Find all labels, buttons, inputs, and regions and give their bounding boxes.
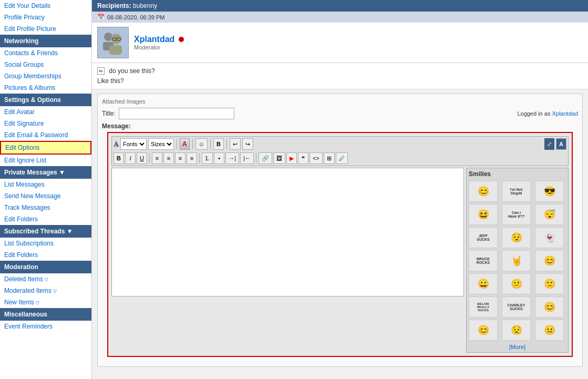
recipients-bar: Recipients: bubenny [92,0,588,12]
sidebar-item-new-items[interactable]: New Items ▽ [0,296,91,308]
ul-button[interactable]: • [214,152,224,164]
recipients-value: bubenny [133,2,157,9]
sidebar-header-private-messages: Private Messages ▼ [0,166,91,179]
justify-button[interactable]: ≡ [187,152,197,164]
sidebar-item-edit-folders-pm[interactable]: Edit Folders [0,213,91,225]
smiley-can-i[interactable]: Can IHave It?? [502,204,531,225]
ol-button[interactable]: 1. [202,152,213,164]
smiley-bruce-rocks[interactable]: BRUCEROCKS [469,250,498,271]
expand-button[interactable]: ⤢ [544,138,554,150]
undo-button[interactable]: ↩ [230,138,241,150]
username-link[interactable]: Xplantdad [134,35,174,44]
smiley-charley[interactable]: CHARLEYSUCKS [502,296,531,317]
sidebar-header-settings: Settings & Options [0,94,91,106]
align-center-button[interactable]: ≡ [163,152,174,164]
smiley-laugh[interactable]: 😆 [469,204,498,225]
sidebar-item-edit-email[interactable]: Edit Email & Password [0,129,91,141]
user-avatar [97,27,129,58]
sidebar-header-subscribed-threads: Subscribed Threads ▼ [0,225,91,238]
smiley-button[interactable]: ☺ [195,138,208,150]
smiley-confused[interactable]: 😕 [502,273,531,294]
sidebar-item-send-message[interactable]: Send New Message [0,190,91,202]
smiley-grin[interactable]: 😀 [469,273,498,294]
font-select[interactable]: Fonts [120,138,147,150]
link-button[interactable]: 🔗 [259,152,272,164]
sidebar-item-social-groups[interactable]: Social Groups [0,59,91,70]
smiley-1[interactable]: 😊 [469,181,498,202]
separator3 [210,139,211,149]
smiley-sleep[interactable]: 😴 [535,204,564,225]
sidebar-item-deleted-items[interactable]: Deleted Items ▽ [0,273,91,285]
sidebar-header-moderation: Moderation [0,261,91,273]
indent-out-button[interactable]: |← [240,152,254,164]
underline-button[interactable]: U [137,152,147,164]
sidebar-item-moderated-items[interactable]: Moderated Items ▽ [0,285,91,296]
smilies-more-link[interactable]: [More] [469,344,566,350]
editor-toolbar: 𝐀 Fonts Sizes A ☺ B [111,136,569,166]
logged-in-user-link[interactable]: Xplantdad [552,110,578,117]
smiley-jeff-sucks[interactable]: JEFFSUCKS [469,227,498,248]
smiley-not-stupid[interactable]: I'm NotStupid [502,181,531,202]
align-right-button[interactable]: ≡ [175,152,185,164]
sidebar-item-edit-signature[interactable]: Edit Signature [0,118,91,129]
smiley-smile3[interactable]: 😊 [535,296,564,317]
sidebar-item-pictures-albums[interactable]: Pictures & Albums [0,82,91,94]
smiley-sad[interactable]: 😟 [502,227,531,248]
sidebar-item-edit-folders-sub[interactable]: Edit Folders [0,249,91,261]
sidebar-item-event-reminders[interactable]: Event Reminders [0,321,91,332]
attached-label: Attached Images [102,98,578,105]
title-input[interactable] [119,108,234,119]
table-button[interactable]: ⊞ [324,152,335,164]
sidebar-item-edit-profile-picture[interactable]: Edit Profile Picture [0,23,91,35]
indent-in-button[interactable]: →| [225,152,239,164]
italic-button[interactable]: I [125,152,136,164]
redo-button[interactable]: ↪ [242,138,253,150]
smiley-neutral[interactable]: 😐 [535,320,564,341]
editor-content: Smilies 😊 I'm NotStupid 😎 😆 Can IHave It… [111,168,569,353]
code-button[interactable]: <> [310,152,323,164]
message-label: Message: [102,122,578,130]
size-select[interactable]: Sizes [148,138,174,150]
title-row: Title: Logged in as Xplantdad [102,108,578,119]
bold-format-button[interactable]: B [114,152,124,164]
smiley-frown[interactable]: 🙁 [535,273,564,294]
message-editor-wrapper: Message: 𝐀 Fonts Sizes [102,122,578,357]
smiley-smile4[interactable]: 😊 [469,320,498,341]
smilies-grid: 😊 I'm NotStupid 😎 😆 Can IHave It?? 😴 JEF… [469,181,566,341]
separator4 [226,139,227,149]
message-intro-text: do you see this? [109,67,154,75]
toolbar-row1: 𝐀 Fonts Sizes A ☺ B [114,138,566,150]
sidebar-item-group-memberships[interactable]: Group Memberships [0,70,91,82]
sidebar-item-edit-avatar[interactable]: Edit Avatar [0,106,91,118]
sidebar-item-edit-ignore[interactable]: Edit Ignore List [0,155,91,166]
maximize-button[interactable]: A [556,138,566,150]
separator1 [177,139,177,149]
quote-button[interactable]: ❝ [298,152,308,164]
sidebar-item-edit-details[interactable]: Edit Your Details [0,0,91,12]
separator5 [149,153,150,163]
smiley-cool[interactable]: 😎 [535,181,564,202]
smiley-ghost[interactable]: 👻 [535,227,564,248]
sidebar-item-list-messages[interactable]: List Messages [0,179,91,190]
svg-rect-4 [109,45,122,55]
smiley-rock[interactable]: 🤘 [502,250,531,271]
sidebar-item-edit-options[interactable]: Edit Options [0,141,91,155]
message-textarea[interactable] [111,168,464,296]
sidebar-item-contacts[interactable]: Contacts & Friends [0,47,91,59]
align-left-button[interactable]: ≡ [152,152,162,164]
sidebar-item-track-messages[interactable]: Track Messages [0,202,91,213]
smiley-happy2[interactable]: 😊 [535,250,564,271]
separator2 [192,139,193,149]
smiley-belair[interactable]: BELAIRREALLYSUCKS [469,296,498,317]
smiley-down[interactable]: 😟 [502,320,531,341]
logged-in-as: Logged in as Xplantdad [517,110,578,117]
font-color-button[interactable]: A [180,138,190,150]
image-button[interactable]: 🖼 [273,152,285,164]
sidebar: Edit Your Details Profile Privacy Edit P… [0,0,92,379]
sidebar-item-profile-privacy[interactable]: Profile Privacy [0,12,91,23]
video-button[interactable]: ▶ [286,152,297,164]
bold-button[interactable]: B [213,138,224,150]
clear-button[interactable]: 🖊 [336,152,348,164]
sidebar-item-list-subscriptions[interactable]: List Subscriptions [0,238,91,249]
sidebar-header-networking: Networking [0,35,91,47]
